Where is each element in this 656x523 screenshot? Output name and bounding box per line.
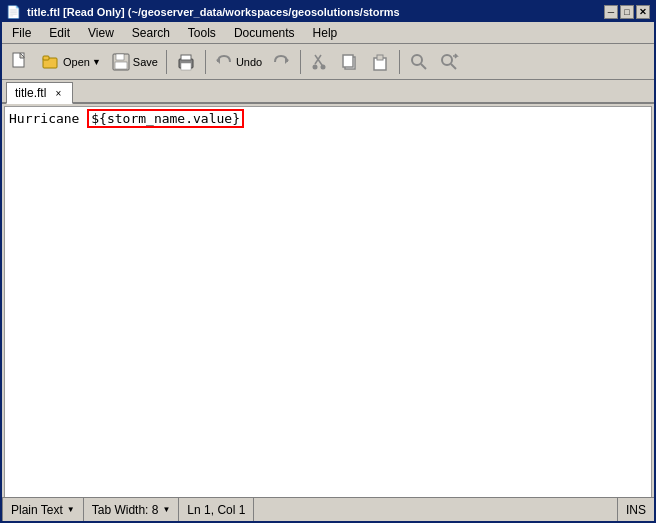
svg-rect-8: [181, 63, 191, 70]
copy-button[interactable]: [336, 48, 364, 76]
editor-area[interactable]: Hurricane ${storm_name.value}: [4, 106, 652, 519]
tab-label: title.ftl: [15, 86, 46, 100]
tab-title-ftl[interactable]: title.ftl ×: [6, 82, 73, 104]
filetype-label: Plain Text: [11, 503, 63, 517]
print-icon: [176, 52, 196, 72]
svg-rect-16: [343, 55, 353, 67]
menu-view[interactable]: View: [82, 24, 120, 42]
open-label: Open: [63, 56, 90, 68]
redo-button[interactable]: [267, 48, 295, 76]
menu-documents[interactable]: Documents: [228, 24, 301, 42]
editor-text-highlighted: ${storm_name.value}: [87, 109, 244, 128]
replace-icon: [439, 52, 459, 72]
replace-button[interactable]: [435, 48, 463, 76]
svg-line-20: [421, 64, 426, 69]
open-icon: [41, 52, 61, 72]
cut-button[interactable]: [306, 48, 334, 76]
undo-label: Undo: [236, 56, 262, 68]
editor-content[interactable]: Hurricane ${storm_name.value}: [5, 107, 651, 518]
svg-line-22: [451, 64, 456, 69]
status-bar: Plain Text ▼ Tab Width: 8 ▼ Ln 1, Col 1 …: [2, 497, 654, 521]
tab-bar: title.ftl ×: [2, 80, 654, 104]
copy-icon: [340, 52, 360, 72]
svg-point-14: [321, 64, 326, 69]
svg-rect-2: [43, 56, 49, 60]
menu-file[interactable]: File: [6, 24, 37, 42]
save-label: Save: [133, 56, 158, 68]
svg-rect-18: [377, 55, 383, 60]
menu-search[interactable]: Search: [126, 24, 176, 42]
menu-help[interactable]: Help: [307, 24, 344, 42]
undo-button[interactable]: Undo: [211, 48, 265, 76]
separator-2: [205, 50, 206, 74]
cut-icon: [310, 52, 330, 72]
find-button[interactable]: [405, 48, 433, 76]
new-button[interactable]: [6, 48, 34, 76]
filetype-segment[interactable]: Plain Text ▼: [2, 498, 84, 521]
toolbar: Open ▼ Save U: [2, 44, 654, 80]
ins-label: INS: [626, 503, 646, 517]
redo-icon: [271, 52, 291, 72]
open-dropdown-arrow[interactable]: ▼: [92, 57, 101, 67]
find-icon: [409, 52, 429, 72]
save-button[interactable]: Save: [108, 48, 161, 76]
svg-rect-5: [115, 62, 127, 69]
paste-button[interactable]: [366, 48, 394, 76]
filetype-dropdown-arrow[interactable]: ▼: [67, 505, 75, 514]
minimize-button[interactable]: ─: [604, 5, 618, 19]
ins-badge: INS: [617, 498, 654, 521]
paste-icon: [370, 52, 390, 72]
separator-3: [300, 50, 301, 74]
tabwidth-segment[interactable]: Tab Width: 8 ▼: [84, 498, 180, 521]
title-bar: 📄 title.ftl [Read Only] (~/geoserver_dat…: [2, 2, 654, 22]
maximize-button[interactable]: □: [620, 5, 634, 19]
svg-rect-4: [116, 54, 124, 60]
app-window: 📄 title.ftl [Read Only] (~/geoserver_dat…: [0, 0, 656, 523]
new-icon: [10, 52, 30, 72]
tab-close-button[interactable]: ×: [52, 87, 64, 99]
app-icon: 📄: [6, 5, 21, 19]
position-label: Ln 1, Col 1: [187, 503, 245, 517]
title-bar-controls: ─ □ ✕: [604, 5, 650, 19]
print-button[interactable]: [172, 48, 200, 76]
svg-point-13: [313, 64, 318, 69]
close-button[interactable]: ✕: [636, 5, 650, 19]
tabwidth-label: Tab Width: 8: [92, 503, 159, 517]
save-icon: [111, 52, 131, 72]
separator-1: [166, 50, 167, 74]
svg-point-21: [442, 55, 452, 65]
svg-point-19: [412, 55, 422, 65]
position-segment: Ln 1, Col 1: [179, 498, 254, 521]
svg-rect-7: [181, 55, 191, 60]
tabwidth-dropdown-arrow[interactable]: ▼: [162, 505, 170, 514]
undo-icon: [214, 52, 234, 72]
editor-text-before: Hurricane: [9, 111, 87, 126]
open-button[interactable]: Open ▼: [36, 48, 106, 76]
window-title: title.ftl [Read Only] (~/geoserver_data/…: [27, 6, 400, 18]
menu-tools[interactable]: Tools: [182, 24, 222, 42]
separator-4: [399, 50, 400, 74]
menu-edit[interactable]: Edit: [43, 24, 76, 42]
menu-bar: File Edit View Search Tools Documents He…: [2, 22, 654, 44]
